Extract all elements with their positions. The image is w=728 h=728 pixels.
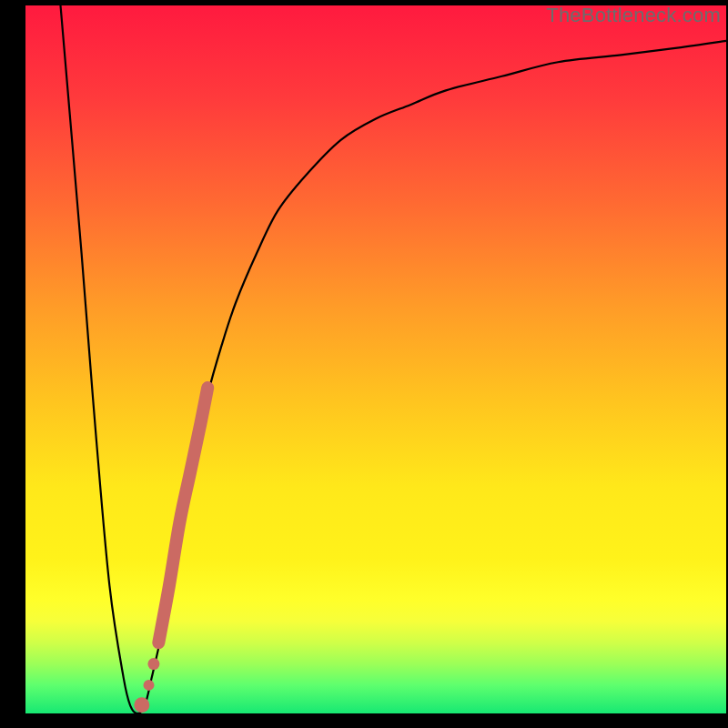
- highlight-dot: [147, 658, 159, 670]
- highlight-marker: [134, 388, 207, 713]
- highlight-bar: [158, 388, 207, 642]
- chart-stage: TheBottleneck.com: [0, 0, 728, 728]
- plot-area: [25, 5, 726, 713]
- curve-layer: [25, 5, 726, 713]
- highlight-dot: [134, 697, 149, 713]
- highlight-dot: [144, 680, 155, 691]
- watermark-text: TheBottleneck.com: [546, 4, 721, 27]
